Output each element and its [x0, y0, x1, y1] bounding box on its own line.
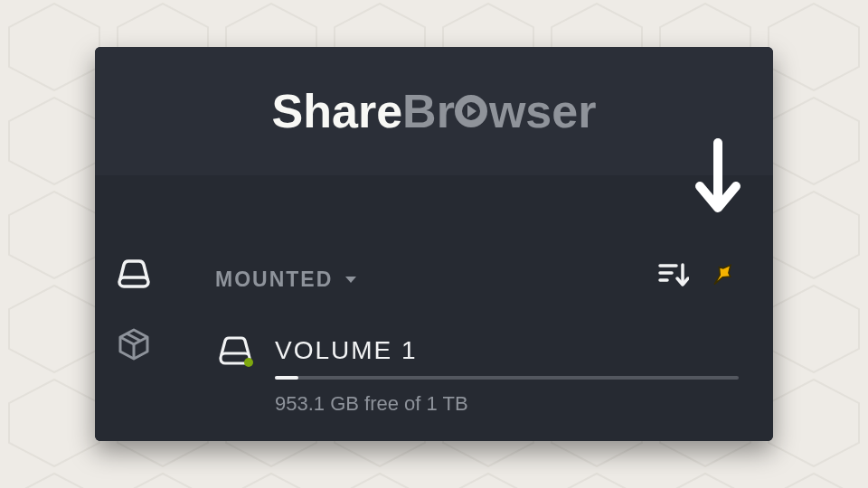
logo-b-suffix: wser [489, 84, 597, 138]
filter-dropdown[interactable]: MOUNTED [215, 267, 356, 292]
volumes-nav-button[interactable] [115, 255, 153, 293]
logo-b-prefix: Br [402, 84, 455, 138]
logo-text-b: Br wser [402, 84, 596, 138]
volume-item[interactable]: VOLUME 1 953.1 GB free of 1 TB [215, 334, 739, 416]
volume-name: VOLUME 1 [275, 336, 418, 365]
volume-row: VOLUME 1 [215, 334, 739, 367]
app-logo: Share Br wser [272, 84, 597, 138]
pin-icon [708, 260, 737, 289]
projects-nav-button[interactable] [115, 325, 153, 363]
chevron-down-icon [345, 277, 356, 283]
filter-label: MOUNTED [215, 267, 333, 292]
main-content: MOUNTED [95, 175, 773, 441]
app-window: Share Br wser [95, 47, 773, 441]
volume-usage-fill [275, 376, 298, 380]
nav-rail [115, 255, 156, 396]
play-o-icon [455, 95, 487, 127]
logo-text-a: Share [272, 84, 403, 138]
svg-rect-0 [119, 277, 148, 286]
package-icon [117, 327, 151, 361]
volume-drive-icon [215, 334, 255, 367]
drive-icon [116, 259, 152, 288]
sort-icon [658, 261, 689, 288]
pin-button[interactable] [706, 258, 739, 291]
volume-usage-bar [275, 376, 739, 380]
volume-subtext: 953.1 GB free of 1 TB [275, 392, 739, 416]
svg-point-7 [244, 358, 253, 367]
list-actions [657, 258, 739, 291]
sort-button[interactable] [657, 258, 690, 291]
app-header: Share Br wser [95, 47, 773, 175]
